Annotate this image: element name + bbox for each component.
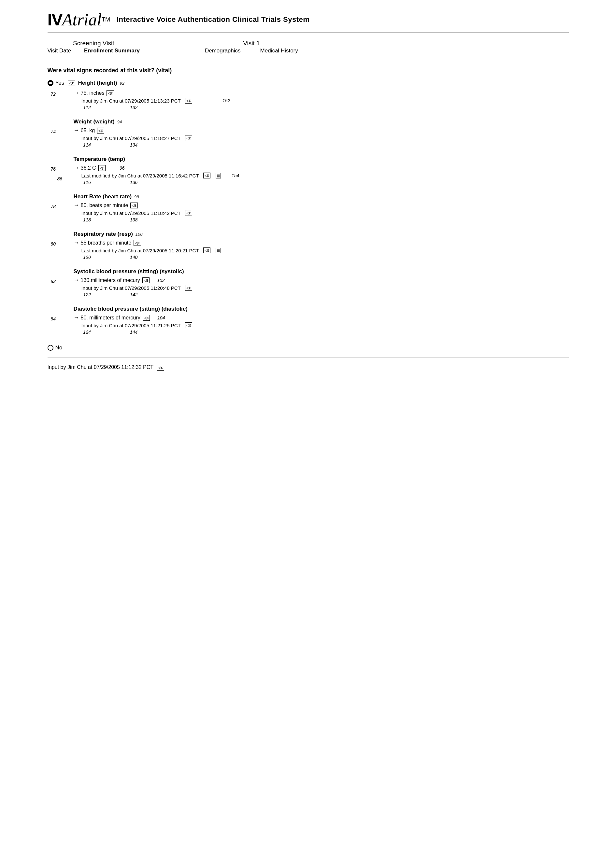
systolic-value: 130.millimeters of mecury bbox=[81, 278, 140, 283]
weight-ref-134: 134 bbox=[130, 142, 138, 147]
respiratory-title-ref: 100 bbox=[136, 232, 143, 237]
heart-rate-block: Heart Rate (heart rate) 98 78 → 80. beat… bbox=[73, 194, 569, 222]
temperature-value: 36.2 C bbox=[81, 165, 96, 171]
diastolic-input-by: Input by Jim Chu at 07/29/2005 11:21:25 … bbox=[81, 323, 181, 328]
speaker-yes-icon[interactable]: ◁ε bbox=[68, 80, 75, 86]
temperature-ref-136: 136 bbox=[130, 180, 138, 185]
diastolic-ref-144: 144 bbox=[130, 330, 138, 335]
speaker-respiratory-inputby-icon[interactable]: ◁ε bbox=[203, 247, 210, 253]
systolic-ref-122: 122 bbox=[83, 292, 91, 297]
radio-no-circle[interactable] bbox=[48, 345, 53, 351]
heart-rate-ref-118: 118 bbox=[83, 217, 91, 222]
speaker-temperature-inputby-icon[interactable]: ◁ε bbox=[203, 173, 210, 178]
radio-no[interactable]: No bbox=[48, 345, 569, 351]
speaker-respiratory-value-icon[interactable]: ◁ε bbox=[134, 240, 141, 246]
radio-yes[interactable]: Yes ◁ε Height (height) 92 bbox=[48, 80, 569, 86]
bottom-input-line: Input by Jim Chu at 07/29/2005 11:12:32 … bbox=[48, 358, 569, 370]
height-ref-112: 112 bbox=[83, 105, 91, 110]
weight-block: Weight (weight) 94 74 → 65. kg ◁ε Input … bbox=[73, 119, 569, 147]
diastolic-ref-104: 104 bbox=[157, 315, 165, 320]
heart-rate-arrow: → bbox=[73, 202, 80, 209]
header-title: Interactive Voice Authentication Clinica… bbox=[117, 15, 310, 24]
height-block: 72 → 75. inches ◁ε Input by Jim Chu at 0… bbox=[73, 89, 569, 110]
systolic-ref-102: 102 bbox=[157, 278, 164, 283]
respiratory-ref-120: 120 bbox=[83, 255, 91, 260]
heart-rate-input-by: Input by Jim Chu at 07/29/2005 11:18:42 … bbox=[81, 210, 181, 216]
speaker-heart-rate-inputby-icon[interactable]: ◁ε bbox=[185, 210, 192, 216]
heart-rate-value: 80. beats per minute bbox=[81, 203, 128, 208]
heart-rate-title: Heart Rate (heart rate) bbox=[73, 194, 132, 200]
grid-respiratory-icon[interactable]: ▦ bbox=[216, 248, 221, 253]
diastolic-block: Diastolic blood pressure (sitting) (dias… bbox=[73, 306, 569, 335]
radio-yes-circle[interactable] bbox=[48, 80, 53, 86]
no-label: No bbox=[55, 345, 63, 351]
speaker-weight-value-icon[interactable]: ◁ε bbox=[97, 128, 104, 133]
speaker-height-inputby-icon[interactable]: ◁ε bbox=[185, 98, 192, 103]
temperature-ref-116: 116 bbox=[83, 180, 91, 185]
systolic-arrow: → bbox=[73, 277, 80, 284]
respiratory-arrow: → bbox=[73, 239, 80, 246]
respiratory-ref-80: 80 bbox=[51, 241, 56, 247]
navigation-area: Screening Visit Visit Date Enrollment Su… bbox=[48, 40, 569, 54]
tab-enrollment-summary[interactable]: Enrollment Summary bbox=[84, 48, 140, 54]
visit1-label: Visit 1 bbox=[243, 40, 260, 47]
systolic-block: Systolic blood pressure (sitting) (systo… bbox=[73, 268, 569, 297]
height-input-by: Input by Jim Chu at 07/29/2005 11:13:23 … bbox=[81, 98, 181, 103]
weight-input-by: Input by Jim Chu at 07/29/2005 11:18:27 … bbox=[81, 136, 181, 141]
speaker-diastolic-value-icon[interactable]: ◁ε bbox=[143, 315, 150, 321]
logo-tm: TM bbox=[102, 16, 110, 23]
speaker-bottom-icon[interactable]: ◁ε bbox=[157, 365, 164, 370]
diastolic-ref-124: 124 bbox=[83, 330, 91, 335]
weight-title-ref: 94 bbox=[117, 120, 122, 124]
speaker-heart-rate-value-icon[interactable]: ◁ε bbox=[130, 203, 138, 208]
tab-medical-history[interactable]: Medical History bbox=[260, 48, 298, 54]
speaker-systolic-value-icon[interactable]: ◁ε bbox=[142, 278, 150, 283]
tab-visit-date[interactable]: Visit Date bbox=[48, 48, 71, 54]
weight-value: 65. kg bbox=[81, 128, 95, 133]
systolic-ref-142: 142 bbox=[130, 292, 138, 297]
temperature-title: Temperature (temp) bbox=[73, 156, 125, 162]
systolic-input-by: Input by Jim Chu at 07/29/2005 11:20:48 … bbox=[81, 285, 181, 291]
respiratory-input-by: Last modified by Jim Chu at 07/29/2005 1… bbox=[81, 248, 199, 253]
grid-temperature-icon[interactable]: ▦ bbox=[216, 173, 221, 178]
speaker-height-value-icon[interactable]: ◁ε bbox=[106, 90, 114, 96]
respiratory-title: Respiratory rate (resp) bbox=[73, 231, 133, 237]
temperature-ref-154: 154 bbox=[231, 173, 239, 178]
height-title: Height (height) bbox=[78, 80, 117, 86]
weight-ref-74: 74 bbox=[51, 129, 56, 134]
yes-label: Yes bbox=[55, 80, 64, 86]
logo-atrial: Atrial bbox=[62, 10, 102, 29]
diastolic-ref-84: 84 bbox=[51, 316, 56, 322]
diastolic-title: Diastolic blood pressure (sitting) (dias… bbox=[73, 306, 188, 312]
screening-visit-label: Screening Visit bbox=[73, 40, 114, 47]
speaker-diastolic-inputby-icon[interactable]: ◁ε bbox=[185, 322, 192, 328]
systolic-ref-82: 82 bbox=[51, 279, 56, 284]
heart-rate-ref-78: 78 bbox=[51, 204, 56, 209]
main-content: Were vital signs recorded at this visit?… bbox=[48, 67, 569, 370]
respiratory-value: 55 breaths per minute bbox=[81, 240, 131, 246]
temperature-ref-76: 76 bbox=[51, 166, 56, 172]
height-title-ref: 92 bbox=[120, 81, 124, 86]
question-title: Were vital signs recorded at this visit?… bbox=[48, 67, 569, 74]
temperature-arrow: → bbox=[73, 164, 80, 171]
page-header: IVAtrialTM Interactive Voice Authenticat… bbox=[48, 10, 569, 33]
height-ref-152: 152 bbox=[222, 98, 230, 103]
speaker-systolic-inputby-icon[interactable]: ◁ε bbox=[185, 285, 192, 291]
speaker-temperature-value-icon[interactable]: ◁ε bbox=[98, 165, 106, 171]
tab-demographics[interactable]: Demographics bbox=[205, 48, 241, 54]
respiratory-block: Respiratory rate (resp) 100 80 → 55 brea… bbox=[73, 231, 569, 260]
speaker-weight-inputby-icon[interactable]: ◁ε bbox=[185, 135, 192, 141]
weight-title: Weight (weight) bbox=[73, 119, 115, 125]
diastolic-arrow: → bbox=[73, 314, 80, 321]
height-ref-72: 72 bbox=[51, 92, 56, 97]
systolic-title: Systolic blood pressure (sitting) (systo… bbox=[73, 268, 184, 275]
heart-rate-title-ref: 98 bbox=[134, 194, 139, 199]
temperature-ref-96: 96 bbox=[120, 166, 125, 171]
temperature-input-by: Last modified by Jim Chu at 07/29/2005 1… bbox=[81, 173, 199, 178]
weight-ref-114: 114 bbox=[83, 142, 91, 147]
heart-rate-ref-138: 138 bbox=[130, 217, 138, 222]
weight-arrow: → bbox=[73, 127, 80, 134]
respiratory-ref-140: 140 bbox=[130, 255, 138, 260]
logo-iv: IV bbox=[48, 10, 62, 29]
diastolic-value: 80. millimeters of mercury bbox=[81, 315, 141, 321]
